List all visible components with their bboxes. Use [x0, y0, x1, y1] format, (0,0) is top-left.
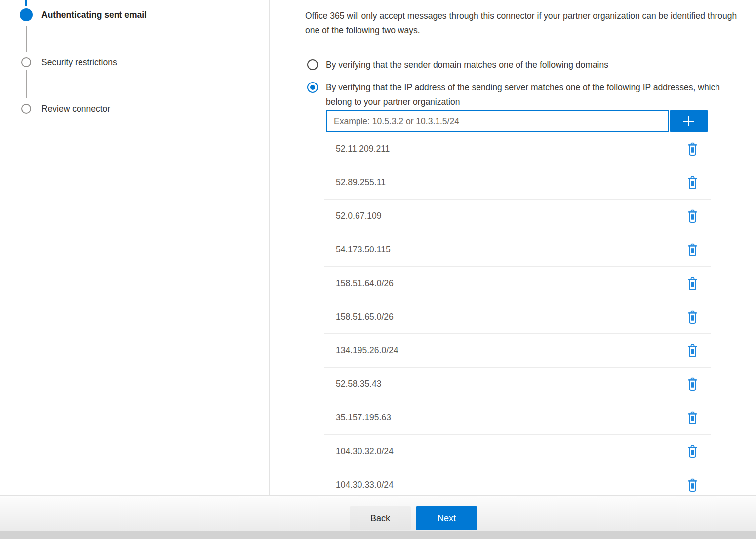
- plus-icon: [681, 114, 696, 128]
- ip-row: 134.195.26.0/24: [324, 334, 711, 368]
- wizard-step-authenticating-sent-email[interactable]: Authenticating sent email: [20, 8, 147, 21]
- trash-icon: [687, 243, 698, 257]
- ip-address: 104.30.32.0/24: [336, 446, 394, 456]
- step-bullet: [20, 56, 33, 69]
- ip-row: 52.89.255.11: [324, 166, 711, 200]
- step-bullet-active: [20, 8, 33, 21]
- step-label: Review connector: [41, 104, 110, 114]
- ip-entry-row: [326, 110, 708, 132]
- trash-icon: [687, 344, 698, 358]
- ip-row: 52.58.35.43: [324, 368, 711, 401]
- radio-button-icon[interactable]: [307, 82, 318, 93]
- back-button[interactable]: Back: [350, 506, 411, 530]
- wizard-footer: Back Next: [0, 495, 756, 531]
- ip-row: 54.173.50.115: [324, 233, 711, 267]
- delete-ip-button[interactable]: [686, 141, 699, 157]
- delete-ip-button[interactable]: [686, 410, 699, 426]
- next-button[interactable]: Next: [416, 506, 477, 530]
- intro-text: Office 365 will only accept messages thr…: [305, 9, 754, 38]
- ip-address: 54.173.50.115: [336, 245, 391, 255]
- ip-address: 35.157.195.63: [336, 413, 391, 423]
- ip-row: 35.157.195.63: [324, 401, 711, 435]
- delete-ip-button[interactable]: [686, 309, 699, 325]
- wizard-step-review-connector[interactable]: Review connector: [20, 102, 110, 115]
- ip-address: 104.30.33.0/24: [336, 480, 394, 490]
- ip-row: 104.30.32.0/24: [324, 435, 711, 468]
- trash-icon: [687, 176, 698, 190]
- ip-row: 52.0.67.109: [324, 200, 711, 233]
- ip-row: 158.51.65.0/26: [324, 300, 711, 334]
- wizard-steps-panel: Authenticating sent email Security restr…: [0, 0, 270, 495]
- radio-option-label: By verifying that the sender domain matc…: [326, 58, 608, 72]
- trash-icon: [687, 478, 698, 492]
- ip-row: 158.51.64.0/26: [324, 267, 711, 300]
- delete-ip-button[interactable]: [686, 175, 699, 191]
- delete-ip-button[interactable]: [686, 477, 699, 493]
- ip-row: 104.30.33.0/24: [324, 468, 711, 495]
- bottom-strip: [0, 531, 756, 539]
- connector-wizard-page: Authenticating sent email Security restr…: [0, 0, 756, 539]
- step-connector-completed: [25, 0, 27, 6]
- step-label: Authenticating sent email: [41, 10, 147, 20]
- ip-row: 52.11.209.211: [324, 132, 711, 166]
- trash-icon: [687, 142, 698, 156]
- radio-option-sender-domain[interactable]: By verifying that the sender domain matc…: [307, 58, 608, 72]
- trash-icon: [687, 277, 698, 290]
- ip-address: 52.58.35.43: [336, 379, 381, 389]
- radio-option-label: By verifying that the IP address of the …: [326, 81, 730, 109]
- ip-address: 158.51.65.0/26: [336, 312, 394, 322]
- delete-ip-button[interactable]: [686, 208, 699, 224]
- trash-icon: [687, 445, 698, 458]
- ip-address: 158.51.64.0/26: [336, 278, 394, 289]
- ip-address: 52.0.67.109: [336, 211, 381, 221]
- ip-address-input[interactable]: [326, 110, 669, 132]
- delete-ip-button[interactable]: [686, 242, 699, 258]
- ip-address-list: 52.11.209.211 52.89.255.11: [324, 132, 711, 495]
- ip-address: 134.195.26.0/24: [336, 345, 398, 356]
- trash-icon: [687, 310, 698, 324]
- delete-ip-button[interactable]: [686, 343, 699, 359]
- trash-icon: [687, 377, 698, 391]
- step-connector: [26, 70, 27, 98]
- radio-button-icon[interactable]: [307, 59, 318, 70]
- step-label: Security restrictions: [41, 57, 117, 68]
- delete-ip-button[interactable]: [686, 376, 699, 392]
- radio-option-ip-address[interactable]: By verifying that the IP address of the …: [307, 81, 730, 109]
- trash-icon: [687, 411, 698, 425]
- delete-ip-button[interactable]: [686, 444, 699, 459]
- delete-ip-button[interactable]: [686, 276, 699, 291]
- step-bullet: [20, 102, 33, 115]
- trash-icon: [687, 209, 698, 223]
- step-connector: [26, 26, 27, 52]
- ip-address: 52.89.255.11: [336, 177, 386, 188]
- wizard-step-security-restrictions[interactable]: Security restrictions: [20, 56, 117, 69]
- add-ip-button[interactable]: [670, 110, 708, 132]
- ip-address: 52.11.209.211: [336, 144, 390, 154]
